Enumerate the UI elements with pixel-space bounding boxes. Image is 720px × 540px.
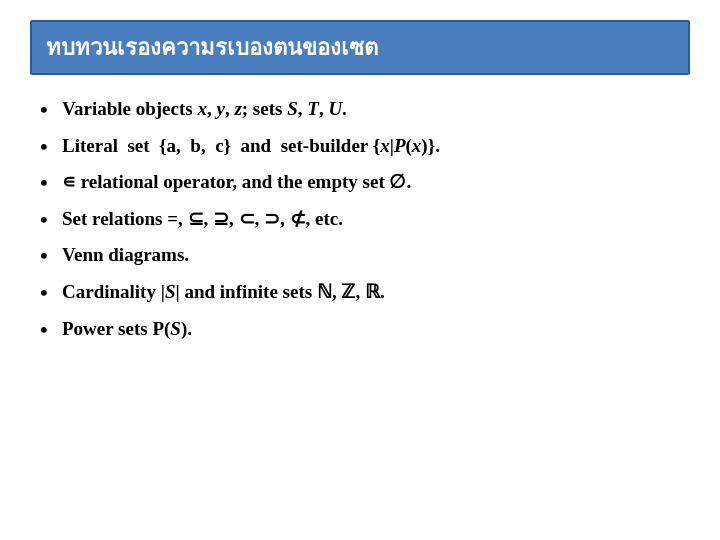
bullet-icon: • [40, 242, 62, 271]
list-item: •Set relations =, ⊆, ⊇, ⊂, ⊃, ⊄, etc. [40, 203, 680, 238]
bullet-icon: • [40, 316, 62, 345]
list-item: •Literal set {a, b, c} and set-builder {… [40, 130, 680, 165]
list-item: •Venn diagrams. [40, 239, 680, 274]
item-text: ∊ relational operator, and the empty set… [62, 169, 680, 196]
list-item: •∊ relational operator, and the empty se… [40, 166, 680, 201]
bullet-icon: • [40, 96, 62, 125]
item-text: Literal set {a, b, c} and set-builder {x… [62, 133, 680, 160]
bullet-icon: • [40, 133, 62, 162]
list-item: •Power sets P(S). [40, 313, 680, 348]
bullet-icon: • [40, 169, 62, 198]
item-text: Power sets P(S). [62, 316, 680, 343]
bullet-icon: • [40, 206, 62, 235]
content-list: •Variable objects x, y, z; sets S, T, U.… [30, 93, 690, 347]
title-bar: ทบทวนเรองความรเบองตนของเซต [30, 20, 690, 75]
list-item: •Variable objects x, y, z; sets S, T, U. [40, 93, 680, 128]
item-text: Venn diagrams. [62, 242, 680, 269]
item-text: Cardinality |S| and infinite sets ℕ, ℤ, … [62, 279, 680, 306]
slide-title: ทบทวนเรองความรเบองตนของเซต [46, 35, 378, 60]
bullet-icon: • [40, 279, 62, 308]
item-text: Variable objects x, y, z; sets S, T, U. [62, 96, 680, 123]
list-item: •Cardinality |S| and infinite sets ℕ, ℤ,… [40, 276, 680, 311]
slide-container: ทบทวนเรองความรเบองตนของเซต •Variable obj… [0, 0, 720, 540]
item-text: Set relations =, ⊆, ⊇, ⊂, ⊃, ⊄, etc. [62, 206, 680, 233]
